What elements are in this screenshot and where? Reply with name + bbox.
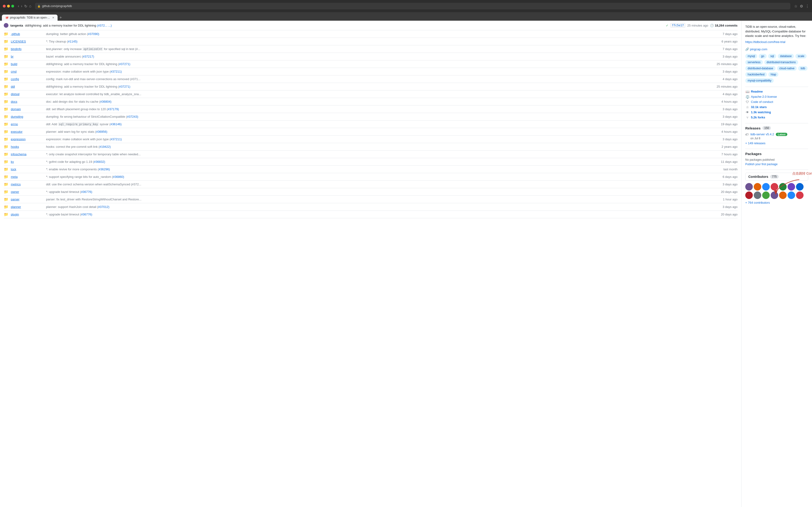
file-name[interactable]: planner [11,205,44,209]
release-tag-link[interactable]: tidb-server v5.4.2 [750,132,774,136]
topic-tag[interactable]: cloud-native [777,66,797,71]
active-tab[interactable]: 🐙 pingcap/tidb: TiDB is an open-... ✕ [2,14,58,21]
minimize-button[interactable] [7,5,10,7]
file-name[interactable]: config [11,77,44,81]
commit-hash[interactable]: ffc5e17 [670,23,686,28]
topic-tag[interactable]: sql [768,54,776,58]
file-time: 3 days ago [712,137,738,141]
commit-pr-link[interactable]: (#372... ...) [97,24,112,27]
pr-link[interactable]: #37271) [119,85,130,88]
about-link[interactable]: https://tidbcloud.com/free-trial [745,40,786,44]
pr-link[interactable]: #36776) [81,213,92,216]
pr-link[interactable]: #36804) [100,100,112,103]
file-name[interactable]: kv [11,160,44,164]
license-link[interactable]: Apache-2.0 license [751,95,777,99]
file-time: 3 days ago [712,55,738,58]
more-contributors-link[interactable]: + 764 contributors [745,201,770,205]
new-tab-button[interactable]: + [58,15,64,20]
pr-link[interactable]: #1145) [68,40,77,43]
file-row: 📁infoschema*: only create snapshot inter… [4,151,738,158]
pr-link[interactable]: #37217) [83,55,94,58]
file-name[interactable]: domain [11,107,44,111]
website-link[interactable]: 🔗 pingcap.com [745,48,808,51]
pr-link[interactable]: #19422) [100,145,111,149]
address-bar[interactable]: 🔒 github.com/pingcap/tidb [35,3,791,9]
topic-tag[interactable]: go [759,54,766,58]
contributor-avatar[interactable] [754,191,761,199]
file-row: 📁plugin*: upgrade bazel timeout (#36776)… [4,211,738,218]
topic-tag[interactable]: distributed-transactions [764,60,798,65]
pr-link[interactable]: #37012) [98,205,110,209]
file-name[interactable]: owner [11,190,44,193]
topic-tag[interactable]: distributed-database [745,66,775,71]
stars-link[interactable]: 32.1k stars [751,105,767,109]
pr-link[interactable]: #37090) [88,32,99,36]
file-name[interactable]: meta [11,175,44,178]
pr-link[interactable]: #37179) [108,107,119,111]
file-row: 📁dumplingdumpling: fix wrong behaviour o… [4,113,738,120]
contributor-avatar[interactable] [745,191,753,199]
topic-tag[interactable]: mysql [745,54,757,58]
contributor-avatar[interactable] [762,183,770,190]
tab-close-button[interactable]: ✕ [52,16,54,19]
pr-link[interactable]: #37243) [127,115,138,118]
file-name[interactable]: parser [11,198,44,201]
contributor-avatar[interactable] [762,191,770,199]
reload-button[interactable]: ↻ [24,4,27,8]
file-name[interactable]: infoschema [11,153,44,156]
back-button[interactable]: ‹ [18,4,19,8]
folder-icon: 📁 [4,84,8,89]
file-name[interactable]: docs [11,100,44,103]
pr-link[interactable]: #36956) [96,130,107,133]
file-time: 11 days ago [712,160,738,164]
pr-link[interactable]: #36146) [110,122,122,126]
pr-link[interactable]: #36296) [99,168,110,171]
topic-tag[interactable]: hacktoberfest [745,72,767,77]
file-name[interactable]: errno [11,122,44,126]
readme-link[interactable]: Readme [751,90,763,93]
topic-tag[interactable]: serverless [745,60,763,65]
file-name[interactable]: executor [11,130,44,133]
file-name[interactable]: LICENSES [11,40,44,43]
fullscreen-button[interactable] [11,5,14,7]
topic-tag[interactable]: tidb [798,66,807,71]
file-name[interactable]: cmd [11,70,44,73]
file-name[interactable]: hooks [11,145,44,149]
pr-link[interactable]: #36832) [94,160,105,164]
topic-tag[interactable]: scale [795,54,807,58]
file-name[interactable]: ddl [11,85,44,88]
file-name[interactable]: bindinfo [11,47,44,51]
file-name[interactable]: br [11,55,44,58]
pr-link[interactable]: #37211) [111,70,122,73]
more-releases-link[interactable]: + 149 releases [745,142,765,145]
contributor-avatar[interactable] [754,183,761,190]
home-button[interactable]: ⌂ [29,4,32,8]
file-name[interactable]: expression [11,137,44,141]
pr-link[interactable]: #37271) [119,62,130,66]
forward-button[interactable]: › [21,4,22,8]
conduct-link[interactable]: Code of conduct [751,100,773,104]
file-name[interactable]: .github [11,32,44,36]
forks-link[interactable]: 5.2k forks [751,116,765,119]
sidebar: TiDB is an open-source, cloud-native, di… [742,21,812,507]
pr-link[interactable]: #36776) [81,190,92,193]
pr-link[interactable]: #36860) [113,175,124,178]
file-time: 3 days ago [712,70,738,73]
publish-link[interactable]: Publish your first package [745,163,777,166]
menu-icon[interactable]: ⋮ [805,4,809,8]
file-name[interactable]: plugin [11,213,44,216]
extensions-icon[interactable]: ⚙ [800,4,803,8]
file-name[interactable]: metrics [11,182,44,186]
topic-tag[interactable]: htap [768,72,778,77]
topic-tag[interactable]: database [778,54,794,58]
contributor-avatar[interactable] [745,183,753,190]
bookmark-icon[interactable]: ☆ [794,4,798,8]
file-name[interactable]: lock [11,168,44,171]
pr-link[interactable]: #37211) [111,137,122,141]
file-name[interactable]: distsql [11,92,44,96]
topic-tag[interactable]: mysql-compatibility [745,78,774,83]
close-button[interactable] [3,5,6,7]
watching-link[interactable]: 1.3k watching [751,110,771,114]
file-name[interactable]: build [11,62,44,66]
file-name[interactable]: dumpling [11,115,44,118]
